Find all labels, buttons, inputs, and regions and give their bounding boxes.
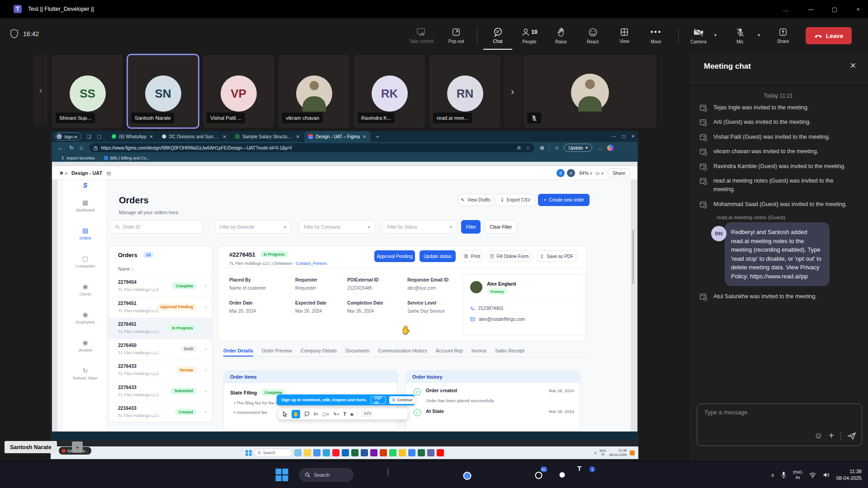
view-drafts-button[interactable]: ✎View Drafts [458,194,493,206]
shared-taskbar-app-icon[interactable] [342,449,349,456]
share-button[interactable]: Share [769,22,797,50]
taskbar-app-icon[interactable] [412,468,425,482]
home-icon[interactable]: ⌂ [80,145,83,151]
close-button[interactable]: × [848,0,868,18]
participant-tile[interactable]: RN read.ai mee... [429,55,500,128]
chat-message-input[interactable] [703,408,848,416]
detail-tab[interactable]: Order Details [223,348,253,357]
url-field[interactable]: https://www.figma.com/design/9BKQ0FOHRWa… [89,143,534,152]
sidebar-item[interactable]: ◉ Vendors [63,332,107,360]
taskbar-app-icon[interactable] [364,468,377,482]
shared-notification-icon[interactable] [630,450,635,455]
browser-minimize-icon[interactable]: — [612,134,616,139]
tab-close-icon[interactable]: ✕ [296,134,299,139]
approval-pending-button[interactable]: Approval Pending [374,250,415,262]
shared-taskbar-app-icon[interactable] [351,449,359,456]
chat-input-box[interactable]: ☺ + [697,404,862,446]
order-row[interactable]: 2279451 TL Flex Holdings LLC Approval Pe… [109,297,212,318]
name-column-header[interactable]: Name ↓ [118,267,133,272]
taskbar-app-icon[interactable] [388,468,401,482]
back-icon[interactable]: ← [58,145,63,151]
update-button[interactable]: Update ♥ [564,144,592,152]
send-icon[interactable] [847,432,856,440]
start-button[interactable] [275,468,289,482]
browser-tab[interactable]: Sample Salary Structure with calc ✕ [231,131,304,142]
order-row[interactable]: 2276433 TL Flex Holdings LLC Review › [109,360,212,381]
favorite-star-icon[interactable]: ☆ [526,145,530,150]
browser-tab[interactable]: (6) WhatsApp ✕ [108,131,158,142]
shared-start-icon[interactable] [245,450,252,456]
contact-person-link[interactable]: Contact_Person. [296,261,328,266]
shared-taskbar-app-icon[interactable] [408,449,415,456]
company-filter-dropdown[interactable]: Filter by Company▾ [299,220,375,234]
figma-share-button[interactable]: Share [608,169,630,178]
sidebar-item[interactable]: ▢ Companies [63,248,107,276]
fill-online-form-button[interactable]: Fill Online Form [488,250,531,262]
chat-button[interactable]: Chat [483,22,512,50]
detail-tab[interactable]: Communication History [378,348,427,357]
browser-essentials-icon[interactable]: ✿ [540,145,544,151]
refresh-icon[interactable]: ↻ [69,145,74,151]
chat-close-icon[interactable]: ✕ [850,61,856,70]
order-row[interactable]: 2276433 TL Flex Holdings LLC Submitted › [109,381,212,402]
taskbar-app-icon[interactable] [556,468,569,482]
select-tool-icon[interactable] [283,411,288,417]
shared-taskbar-app-icon[interactable] [437,449,444,456]
mic-button[interactable]: Mic [726,22,755,50]
leave-button[interactable]: Leave [806,27,852,44]
shape-tool-icon[interactable]: ▢▾ [323,412,329,417]
browser-close-icon[interactable]: ✕ [631,134,635,139]
chat-message-list[interactable]: Tejas Ingle was invited to the meeting. … [699,103,859,366]
participant-tile[interactable]: VP Vishal Patil ... [203,55,274,128]
shared-taskbar-app-icon[interactable] [332,449,340,456]
filter-apply-button[interactable]: Filter [461,220,481,234]
order-row[interactable]: 2276450 TL Flex Holdings LLC Draft › [109,339,212,360]
order-row[interactable]: 2216433 TL Flex Holdings LLC Created › [109,402,212,422]
taskbar-app-icon[interactable] [460,468,473,482]
participant-tile[interactable]: SS Shivani Sup... [52,55,123,128]
canvas-scrollbar[interactable] [632,230,634,284]
print-button[interactable]: Print [461,250,483,262]
order-row[interactable]: 2276451 TL Flex Holdings LLC In Progress… [109,318,212,339]
sidebar-item[interactable]: ◉ Employees [63,304,107,332]
status-filter-dropdown[interactable]: Filter by Status▾ [382,220,457,234]
contact-phone[interactable]: 2123874901 [478,306,504,311]
maximize-button[interactable]: ▢ [825,0,844,18]
comment-tool-icon[interactable] [304,411,310,417]
figma-pages-icon[interactable]: ▤ [106,170,111,176]
participant-tile[interactable]: RK Ravindra K... [354,55,425,128]
spotlight-tile[interactable] [524,55,656,128]
figma-present-icon[interactable]: ▷ ▾ [596,170,604,176]
browser-more-icon[interactable]: … [597,145,602,150]
detail-tab[interactable]: Documents [345,348,369,357]
shared-taskbar-app-icon[interactable] [389,449,396,456]
volume-icon[interactable] [823,472,830,478]
taskbar-clock[interactable]: 11:3808-04-2025 [836,468,862,482]
browser-signin-button[interactable]: Sign in [55,132,81,141]
people-button[interactable]: 10 People [515,22,544,50]
sidebar-item[interactable]: ◉ Clients [63,276,107,304]
shared-taskbar-app-icon[interactable] [361,449,368,456]
new-tab-button[interactable]: + [376,133,379,140]
react-button[interactable]: React [578,22,607,50]
shared-taskbar-app-icon[interactable] [323,449,330,456]
sidebar-item[interactable]: ▤ Orders [63,220,107,248]
text-tool-icon[interactable]: T [344,412,346,417]
tray-mic-icon[interactable] [781,471,787,479]
save-as-pdf-button[interactable]: ↧Save as PDF [537,250,576,262]
wifi-icon[interactable] [809,472,816,478]
window-menu-button[interactable]: … [776,0,796,18]
attach-plus-icon[interactable]: + [829,431,834,441]
shared-taskbar-app-icon[interactable] [313,449,321,456]
taskbar-search-box[interactable]: Search [299,468,354,482]
collaborator-avatar[interactable]: S [557,169,565,177]
tray-chevron-icon[interactable]: ∧ [771,472,774,478]
sidebar-item[interactable]: ▦ Dashboard [63,192,107,220]
camera-options-chevron[interactable]: ▾ [714,33,717,38]
pen-tool-icon[interactable]: ✎▾ [333,412,339,417]
participant-tile[interactable]: SN Santosh Narate [127,55,198,128]
browser-tab[interactable]: Design - UAT – Figma ✕ [304,131,370,142]
shared-language-indicator[interactable]: ENGIN [600,449,606,456]
export-csv-button[interactable]: ↧Export CSV [495,194,535,206]
taskbar-app-icon[interactable] [436,468,449,482]
